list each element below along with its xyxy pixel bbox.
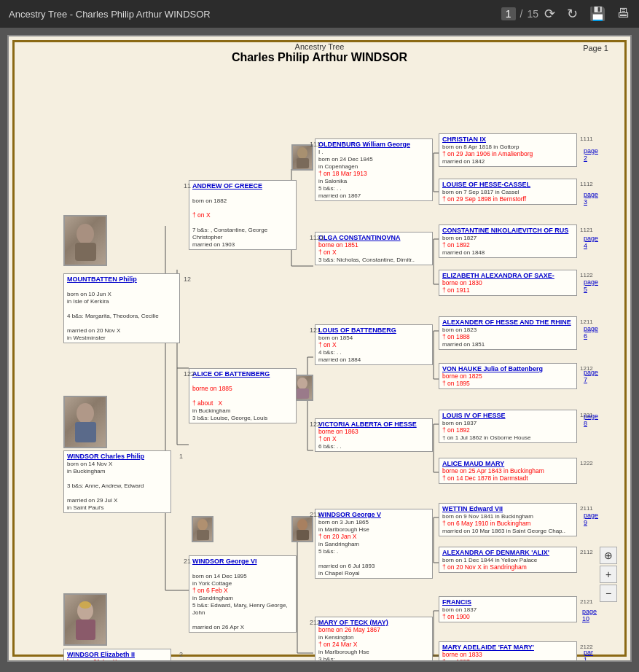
elizabeth-saxe-name[interactable]: ELIZABETH ALEXANDRA OF SAXE- [442,272,554,279]
elizabeth-saxe-box: ELIZABETH ALEXANDRA OF SAXE- borne on 18… [439,270,577,296]
print-icon[interactable]: 🖶 [617,6,630,22]
mountbatten-married-place: in Westminster [67,335,106,341]
mountbatten-name[interactable]: MOUNTBATTEN Philip [67,276,137,283]
andrew-married-year: married on 1903 [192,241,235,248]
alexandra-denmark-born: born on 1 Dec 1844 in Yellow Palace [442,557,537,563]
george6-born: born on 14 Dec 1895 [192,573,247,579]
zoom-reset-button[interactable]: ⊕ [600,547,617,564]
alice-maud-name[interactable]: ALICE MAUD MARY [442,460,504,467]
alice-maud-dagger: † on 14 Dec 1878 in Darmstadt [442,474,528,482]
page-link-8[interactable]: page8 [584,413,598,427]
charles-married: married on 29 Jul X [67,497,117,504]
louise-hesse-name[interactable]: LOUISE OF HESSE-CASSEL [442,181,530,188]
alexandra-denmark-dagger: † on 20 Nov X in Sandringham [442,563,527,571]
olga-name[interactable]: OLGA CONSTANTINOVNA [318,234,401,241]
wettin-name[interactable]: WETTIN Edward VII [442,505,503,512]
page-link-6[interactable]: page6 [584,325,598,340]
page-link-7[interactable]: page7 [584,369,598,383]
louise-hesse-box: LOUISE OF HESSE-CASSEL born on 7 Sep 181… [439,179,577,205]
mary-teck-name[interactable]: MARY OF TECK (MAY) [318,619,388,626]
undo-icon[interactable]: ↻ [567,6,578,22]
mary-teck-family: 3 b&s: . [318,656,338,662]
alice-num: 122 [184,370,195,378]
save-icon[interactable]: 💾 [589,6,605,22]
george5-place: in Marlborough Hse [318,526,369,533]
page-link-3[interactable]: page3 [584,191,598,206]
elizabeth-saxe-dagger: † on 1911 [442,286,470,294]
page-link-5[interactable]: page5 [584,278,598,293]
alexandra-denmark-name[interactable]: ALEXANDRA OF DENMARK 'ALIX' [442,549,549,556]
zoom-in-button[interactable]: + [600,566,617,583]
ancestry-tree-label: Ancestry Tree [9,42,630,51]
mary-adelaide-born: borne on 1833 [442,651,482,658]
wettin-married: married on 10 Mar 1863 in Saint George C… [442,528,565,534]
mountbatten-place: in Isle of Kerkira [67,298,109,305]
mary-adelaide-dagger: † on 1897 [442,658,470,662]
olga-num: 1121 [310,234,324,241]
julia-hauke-name[interactable]: VON HAUKE Julia of Battenberg [442,365,543,372]
page-link-2[interactable]: page2 [584,147,598,162]
louis-batt-num: 121 [310,327,321,334]
charles-name[interactable]: WINDSOR Charles Philip [67,453,144,460]
victoria-hesse-box: VICTORIA ALBERTA OF HESSE borne on 1863 … [315,418,433,452]
george6-name[interactable]: WINDSOR George VI [192,558,257,565]
toolbar-icons: ⟳ ↻ 💾 🖶 [544,6,630,22]
christian9-box: CHRISTIAN IX born on 8 Apr 1818 in Gotto… [439,133,577,167]
victoria-hesse-name[interactable]: VICTORIA ALBERTA OF HESSE [318,421,417,428]
oldenburg-dagger: † on 18 Mar 1913 [318,170,367,177]
louis4-hesse-name[interactable]: LOUIS IV OF HESSE [442,412,506,419]
svg-rect-50 [297,388,309,399]
elizabeth-saxe-num: 1122 [580,272,593,278]
oldenburg-married: married on 1867 [318,192,361,199]
page-link-4[interactable]: page4 [584,235,598,249]
page-link-9[interactable]: page9 [584,512,598,526]
zoom-out-button[interactable]: − [600,585,617,602]
page-link-10[interactable]: page10 [582,608,597,622]
alice-name[interactable]: ALICE OF BATTENBERG [192,370,270,378]
constantine-dagger: † on 1892 [442,241,470,249]
louis-batt-box: LOUIS OF BATTENBERG born on 1854 † on X … [315,324,433,365]
mary-teck-dagger-place: in Marlborough Hse [318,649,369,655]
svg-point-49 [297,378,307,389]
oldenburg-subtitle: I . [318,149,324,155]
philip-photo-image [65,216,106,265]
george6-married: married on 26 Apr X [192,624,244,630]
refresh-icon[interactable]: ⟳ [544,6,555,22]
constantine-box: CONSTANTINE NIKOLAIEVITCH OF RUS born on… [439,224,577,258]
julia-hauke-box: VON HAUKE Julia of Battenberg borne on 1… [439,363,577,389]
page-total: 15 [527,8,538,20]
alexander-hesse-box: ALEXANDER OF HESSE AND THE RHINE born on… [439,316,577,350]
mary-adelaide-name[interactable]: MARY ADELAIDE 'FAT MARY' [442,644,534,651]
george5-name[interactable]: WINDSOR George V [318,511,381,518]
george5-dagger-place: in Sandringham [318,541,359,547]
constantine-name[interactable]: CONSTANTINE NIKOLAIEVITCH OF RUS [442,227,568,234]
julia-hauke-dagger: † on 1895 [442,380,470,387]
george5-photo-image [293,517,312,541]
page-navigation: 1 / 15 [501,7,538,20]
christian9-name[interactable]: CHRISTIAN IX [442,136,486,143]
louis4-hesse-dagger: † on 1892 [442,426,470,434]
andrew-greece-name[interactable]: ANDREW OF GREECE [192,182,262,190]
alice-maud-born: borne on 25 Apr 1843 in Buckingham [442,467,544,474]
francis-name[interactable]: FRANCIS [442,598,471,606]
svg-rect-45 [76,620,95,640]
louis-batt-name[interactable]: LOUIS OF BATTENBERG [318,327,396,334]
charles-box: WINDSOR Charles Philip born on 14 Nov X … [63,450,171,513]
francis-num: 2121 [580,598,593,605]
charles-born: born on 14 Nov X [67,461,112,467]
oldenburg-name[interactable]: OLDENBURG William George [318,141,410,148]
alexander-hesse-name[interactable]: ALEXANDER OF HESSE AND THE RHINE [442,319,571,326]
oldenburg-photo-image [293,146,312,169]
alice-born: borne on 1885 [192,385,232,392]
page-current[interactable]: 1 [501,7,516,20]
elizabeth-name[interactable]: WINDSOR Elizabeth II [67,651,135,658]
alice-maud-num: 1222 [580,460,593,466]
page-link-par1[interactable]: par1. [584,649,593,662]
zoom-controls: ⊕ + − [600,547,617,602]
constantine-married: married on 1848 [442,249,485,256]
oldenburg-born: born on 24 Dec 1845 [318,156,373,163]
george5-num: 211 [310,511,321,518]
svg-rect-43 [75,422,96,442]
george5-born: born on 3 Jun 1865 [318,519,369,526]
mountbatten-born: born on 10 Jun X [67,291,111,297]
